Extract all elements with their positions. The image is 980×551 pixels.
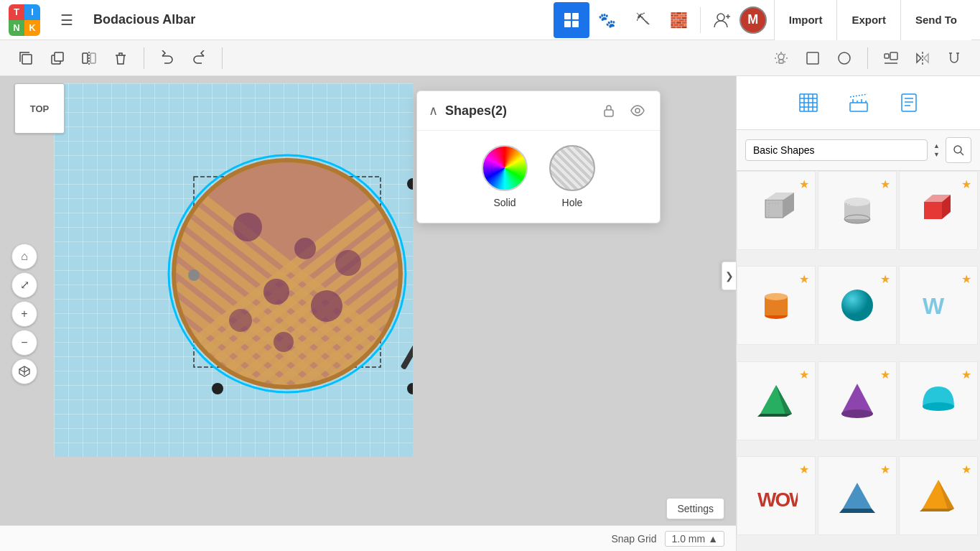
snap-bar: Snap Grid 1.0 mm ▲ (0, 525, 736, 551)
pyramid-yellow-shape-cell[interactable]: ★ (899, 456, 978, 535)
sim-btn[interactable]: 🧱 (661, 2, 697, 38)
box-shape-cell[interactable]: ★ (737, 171, 816, 250)
grid-canvas[interactable] (54, 83, 413, 457)
dome-shape-cell[interactable]: ★ (899, 361, 978, 440)
project-name: Bodacious Albar (93, 12, 545, 27)
notes-tab-btn[interactable] (891, 85, 927, 121)
cylinder-orange-shape-svg (755, 284, 798, 327)
solid-label: Solid (493, 197, 515, 208)
cone-shape-cell[interactable]: ★ (818, 361, 897, 440)
shapes-body: Solid Hole (417, 131, 660, 223)
settings-btn[interactable]: Settings (666, 498, 724, 519)
grid-view-btn[interactable] (554, 2, 589, 38)
svg-point-48 (233, 213, 262, 241)
zoom-in-btn[interactable]: + (11, 301, 37, 327)
shapes-collapse-btn[interactable]: ∧ (429, 103, 438, 119)
svg-point-102 (765, 293, 788, 300)
text-shape-cell[interactable]: ★ W (899, 266, 978, 345)
shapes-search-btn[interactable] (946, 137, 971, 163)
duplicate-button[interactable] (43, 44, 72, 73)
user-avatar[interactable]: M (739, 6, 767, 34)
svg-point-51 (311, 290, 342, 322)
svg-point-64 (635, 108, 640, 113)
svg-point-56 (212, 383, 223, 394)
home-view-btn[interactable]: ⌂ (11, 244, 37, 269)
text-shape-svg: W (917, 284, 960, 327)
snap-value[interactable]: 1.0 mm ▲ (665, 531, 724, 547)
logo-n: N (9, 20, 24, 36)
align-btn[interactable] (877, 44, 905, 73)
pyramid-yellow-shape-svg (917, 474, 960, 517)
square-btn[interactable] (798, 44, 827, 73)
svg-rect-18 (890, 52, 897, 60)
pyramid-green-shape-cell[interactable]: ★ (737, 361, 816, 440)
right-panel-tabs (737, 76, 980, 130)
cone-shape-svg (836, 379, 879, 422)
cylinder-orange-shape-cell[interactable]: ★ (737, 266, 816, 345)
sphere-shape-svg (836, 284, 879, 327)
grid-tab-btn[interactable] (790, 85, 826, 121)
svg-point-60 (407, 178, 413, 190)
svg-rect-2 (564, 21, 571, 27)
text-red-shape-cell[interactable]: ★ WOW (737, 456, 816, 535)
shapes-category-dropdown[interactable]: Basic ShapesLettersMathBuildingsNatureAn… (745, 139, 928, 161)
collapse-panel-btn[interactable]: ❯ (722, 261, 736, 290)
fit-view-btn[interactable]: ⤢ (11, 272, 37, 298)
import-btn[interactable]: Import (774, 0, 837, 40)
shapes-select-row: Basic ShapesLettersMathBuildingsNatureAn… (737, 130, 980, 171)
svg-point-85 (954, 146, 961, 153)
svg-point-13 (778, 54, 784, 60)
shapes-lock-btn[interactable] (598, 100, 620, 121)
circle-btn[interactable] (830, 44, 859, 73)
svg-rect-81 (902, 94, 916, 111)
edit-toolbar (0, 40, 980, 76)
topbar: T I N K ☰ Bodacious Albar 🐾 ⛏ 🧱 M Import… (0, 0, 980, 40)
sphere-shape-cell[interactable]: ★ (818, 266, 897, 345)
copy-button[interactable] (11, 44, 40, 73)
add-user-btn[interactable] (704, 2, 739, 38)
solid-option[interactable]: Solid (482, 145, 528, 208)
hole-option[interactable]: Hole (549, 145, 595, 208)
redo-button[interactable] (185, 44, 213, 73)
svg-rect-62 (401, 343, 413, 370)
star-icon: ★ (799, 368, 809, 381)
menu-icon[interactable]: ☰ (49, 2, 85, 38)
community-btn[interactable]: 🐾 (589, 2, 625, 38)
svg-marker-108 (841, 384, 873, 414)
canvas-area[interactable]: TOP ⌂ ⤢ + − (0, 76, 736, 551)
cylinder-shape-cell[interactable]: ★ (818, 171, 897, 250)
ruler-tab-btn[interactable] (841, 85, 877, 121)
svg-rect-15 (807, 52, 818, 64)
flip-btn[interactable] (908, 44, 937, 73)
3d-view-btn[interactable] (11, 358, 37, 384)
logo-k: K (24, 20, 40, 36)
logo-i: I (24, 4, 40, 20)
svg-rect-1 (572, 13, 579, 19)
delete-button[interactable] (106, 44, 135, 73)
shapes-visible-btn[interactable] (627, 100, 648, 121)
svg-line-86 (961, 152, 963, 155)
magnet-btn[interactable] (940, 44, 969, 73)
light-btn[interactable] (767, 44, 795, 73)
tinkercad-logo[interactable]: T I N K (9, 4, 40, 36)
svg-rect-10 (83, 53, 88, 63)
send-to-btn[interactable]: Send To (900, 0, 971, 40)
prism-blue-shape-cell[interactable]: ★ (818, 456, 897, 535)
zoom-out-btn[interactable]: − (11, 330, 37, 356)
dropdown-arrows[interactable]: ▲ ▼ (933, 142, 940, 158)
svg-rect-14 (779, 60, 783, 63)
undo-button[interactable] (153, 44, 182, 73)
mirror-button[interactable] (75, 44, 103, 73)
tinker-btn[interactable]: ⛏ (625, 2, 661, 38)
main-content: TOP ⌂ ⤢ + − (0, 76, 980, 551)
hole-circle (549, 145, 595, 191)
box-red-shape-cell[interactable]: ★ (899, 171, 978, 250)
pie-svg (54, 83, 413, 457)
svg-line-80 (850, 94, 867, 97)
export-btn[interactable]: Export (836, 0, 900, 40)
view-cube[interactable]: TOP (14, 83, 65, 134)
star-icon: ★ (880, 177, 890, 191)
svg-marker-97 (924, 202, 942, 219)
svg-point-53 (274, 332, 294, 352)
svg-point-94 (844, 198, 870, 206)
